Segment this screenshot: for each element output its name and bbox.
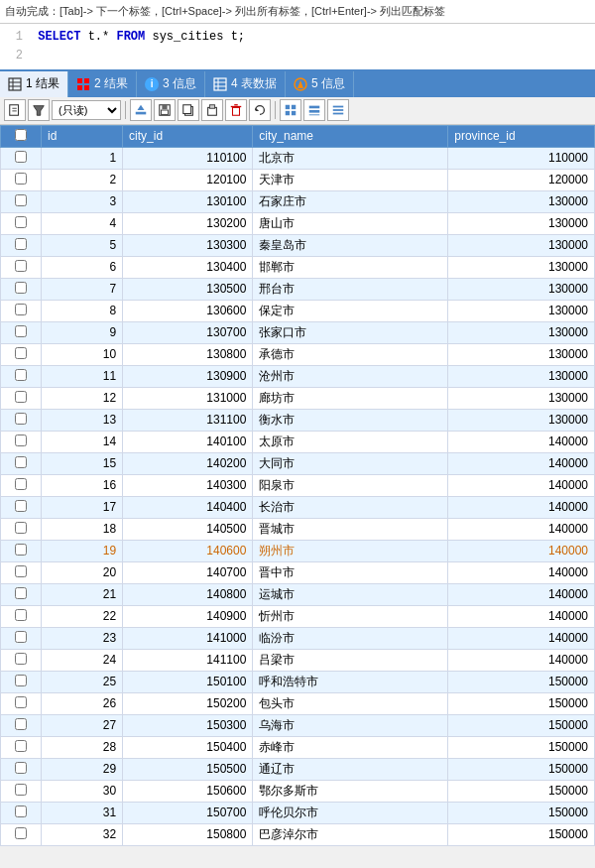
row-checkbox[interactable] xyxy=(15,806,27,817)
table-row[interactable]: 23141000临汾市140000 xyxy=(1,627,595,649)
row-checkbox[interactable] xyxy=(15,347,27,359)
row-checkbox[interactable] xyxy=(15,740,27,752)
cell-city-name: 乌兰察布市 xyxy=(253,845,448,846)
table-row[interactable]: 18140500晋城市140000 xyxy=(1,518,595,540)
table-row[interactable]: 13131100衡水市130000 xyxy=(1,409,595,431)
row-checkbox[interactable] xyxy=(15,151,27,163)
table-row[interactable]: 2120100天津市120000 xyxy=(1,169,595,190)
row-checkbox[interactable] xyxy=(15,238,27,250)
row-checkbox[interactable] xyxy=(15,544,27,556)
toolbar-refresh-btn[interactable] xyxy=(249,99,271,121)
row-checkbox[interactable] xyxy=(15,565,27,577)
row-checkbox[interactable] xyxy=(15,500,27,512)
row-checkbox[interactable] xyxy=(15,369,27,381)
table-row[interactable]: 25150100呼和浩特市150000 xyxy=(1,671,595,692)
table-row[interactable]: 14140100太原市140000 xyxy=(1,431,595,452)
table-row[interactable]: 29150500通辽市150000 xyxy=(1,758,595,780)
toolbar-layout3-btn[interactable] xyxy=(327,99,349,121)
table-row[interactable]: 12131000廊坊市130000 xyxy=(1,387,595,409)
toolbar-save-btn[interactable] xyxy=(154,99,176,121)
sql-editor[interactable]: 1 SELECT t.* FROM sys_cities t; 2 xyxy=(0,24,595,71)
table-row[interactable]: 10130800承德市130000 xyxy=(1,343,595,365)
table-row[interactable]: 28150400赤峰市150000 xyxy=(1,736,595,758)
table-row[interactable]: 4130200唐山市130000 xyxy=(1,212,595,234)
toolbar-filter-btn[interactable] xyxy=(28,99,50,121)
table-row[interactable]: 32150800巴彦淖尔市150000 xyxy=(1,823,595,845)
table-row[interactable]: 7130500邢台市130000 xyxy=(1,278,595,300)
toolbar-import-btn[interactable] xyxy=(130,99,152,121)
row-checkbox[interactable] xyxy=(15,718,27,730)
col-header-check[interactable] xyxy=(1,125,42,147)
table-row[interactable]: 30150600鄂尔多斯市150000 xyxy=(1,780,595,802)
table-row[interactable]: 22140900忻州市140000 xyxy=(1,605,595,627)
row-checkbox[interactable] xyxy=(15,827,27,839)
table-row[interactable]: 11130900沧州市130000 xyxy=(1,365,595,387)
toolbar-delete-btn[interactable] xyxy=(225,99,247,121)
table-row[interactable]: 15140200大同市140000 xyxy=(1,452,595,474)
row-checkbox[interactable] xyxy=(15,434,27,446)
row-checkbox[interactable] xyxy=(15,391,27,403)
col-header-city-name[interactable]: city_name xyxy=(253,125,448,147)
row-checkbox[interactable] xyxy=(15,194,27,206)
svg-rect-24 xyxy=(183,105,191,114)
tab-5-info[interactable]: 5 信息 xyxy=(286,71,354,97)
toolbar-layout1-btn[interactable] xyxy=(280,99,301,121)
table-row[interactable]: 3130100石家庄市130000 xyxy=(1,190,595,212)
row-checkbox[interactable] xyxy=(15,762,27,774)
cell-province-id: 140000 xyxy=(448,649,595,671)
row-checkbox[interactable] xyxy=(15,587,27,599)
row-checkbox[interactable] xyxy=(15,631,27,643)
row-checkbox[interactable] xyxy=(15,478,27,490)
cell-id: 15 xyxy=(42,452,123,474)
select-all-checkbox[interactable] xyxy=(15,129,27,141)
row-checkbox[interactable] xyxy=(15,784,27,796)
toolbar-mode-select[interactable]: (只读) xyxy=(52,100,121,120)
toolbar-copy-btn[interactable] xyxy=(178,99,199,121)
table-row[interactable]: 19140600朔州市140000 xyxy=(1,540,595,561)
toolbar-paste-btn[interactable] xyxy=(201,99,223,121)
table-row[interactable]: 16140300阳泉市140000 xyxy=(1,474,595,496)
row-checkbox-cell xyxy=(1,212,42,234)
row-checkbox[interactable] xyxy=(15,675,27,686)
cell-city-id: 140700 xyxy=(123,561,253,583)
toolbar-export-btn[interactable] xyxy=(4,99,26,121)
data-table-container[interactable]: id city_id city_name province_id 1110100… xyxy=(0,125,595,846)
table-row[interactable]: 24141100吕梁市140000 xyxy=(1,649,595,671)
table-row[interactable]: 9130700张家口市130000 xyxy=(1,321,595,343)
table-row[interactable]: 6130400邯郸市130000 xyxy=(1,256,595,278)
table-row[interactable]: 21140800运城市140000 xyxy=(1,583,595,605)
col-header-city-id[interactable]: city_id xyxy=(123,125,253,147)
col-header-id[interactable]: id xyxy=(42,125,123,147)
cell-city-id: 140100 xyxy=(123,431,253,452)
row-checkbox[interactable] xyxy=(15,456,27,468)
table-row[interactable]: 33150900乌兰察布市150000 xyxy=(1,845,595,846)
row-checkbox[interactable] xyxy=(15,260,27,272)
table-row[interactable]: 5130300秦皇岛市130000 xyxy=(1,234,595,256)
row-checkbox[interactable] xyxy=(15,173,27,185)
tab-4-tabledata[interactable]: 4 表数据 xyxy=(205,71,286,97)
table-row[interactable]: 17140400长治市140000 xyxy=(1,496,595,518)
row-checkbox[interactable] xyxy=(15,304,27,315)
col-header-province-id[interactable]: province_id xyxy=(448,125,595,147)
table-row[interactable]: 31150700呼伦贝尔市150000 xyxy=(1,802,595,823)
row-checkbox[interactable] xyxy=(15,696,27,708)
row-checkbox[interactable] xyxy=(15,609,27,621)
cell-city-id: 140600 xyxy=(123,540,253,561)
cell-city-id: 130100 xyxy=(123,190,253,212)
table-row[interactable]: 26150200包头市150000 xyxy=(1,692,595,714)
table-row[interactable]: 8130600保定市130000 xyxy=(1,300,595,321)
row-checkbox[interactable] xyxy=(15,282,27,294)
cell-city-id: 110100 xyxy=(123,147,253,169)
row-checkbox[interactable] xyxy=(15,522,27,534)
row-checkbox[interactable] xyxy=(15,653,27,665)
row-checkbox[interactable] xyxy=(15,413,27,425)
table-row[interactable]: 20140700晋中市140000 xyxy=(1,561,595,583)
table-row[interactable]: 27150300乌海市150000 xyxy=(1,714,595,736)
tab-2-results[interactable]: 2 结果 xyxy=(68,71,137,97)
tab-1-results[interactable]: 1 结果 xyxy=(0,71,68,97)
table-row[interactable]: 1110100北京市110000 xyxy=(1,147,595,169)
toolbar-layout2-btn[interactable] xyxy=(303,99,325,121)
row-checkbox[interactable] xyxy=(15,325,27,337)
tab-3-info[interactable]: i 3 信息 xyxy=(137,71,205,97)
row-checkbox[interactable] xyxy=(15,216,27,228)
